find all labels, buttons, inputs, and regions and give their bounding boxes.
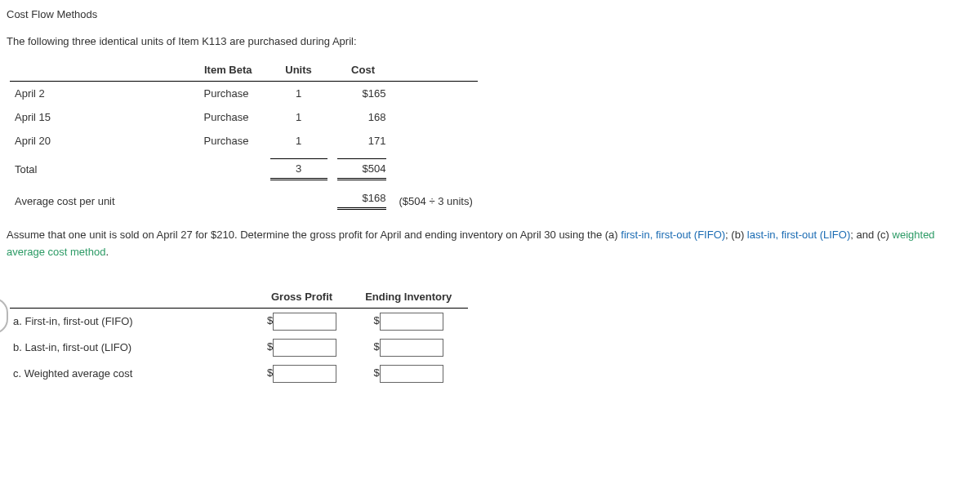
table-row: April 2 Purchase 1 $165 xyxy=(10,82,478,106)
answer-row-wac: c. Weighted average cost $ $ xyxy=(10,361,468,387)
method-label: b. Last-in, first-out (LIFO) xyxy=(10,335,255,361)
purchase-units: 1 xyxy=(265,105,332,129)
col-item-beta: Item Beta xyxy=(191,59,265,82)
q-sep1: ; (b) xyxy=(725,229,747,241)
purchase-cost: 171 xyxy=(332,129,394,153)
q-sep2: ; and (c) xyxy=(850,229,892,241)
col-units: Units xyxy=(265,59,332,82)
currency-symbol: $ xyxy=(267,314,273,326)
avg-cost: $168 xyxy=(337,192,386,204)
currency-symbol: $ xyxy=(267,366,273,379)
q-part1: Assume that one unit is sold on April 27… xyxy=(7,229,621,241)
answer-table: Gross Profit Ending Inventory a. First-i… xyxy=(10,286,468,387)
col-ending-inventory: Ending Inventory xyxy=(349,286,468,309)
q-fifo: first-in, first-out (FIFO) xyxy=(621,229,725,241)
lifo-gross-profit-input[interactable] xyxy=(273,339,336,357)
purchase-cost: $165 xyxy=(332,82,394,106)
currency-symbol: $ xyxy=(267,340,273,353)
hint-icon[interactable] xyxy=(0,298,8,334)
method-label: c. Weighted average cost xyxy=(10,361,255,387)
lifo-ending-inventory-input[interactable] xyxy=(380,339,443,357)
avg-calc: ($504 ÷ 3 units) xyxy=(394,186,478,215)
fifo-ending-inventory-input[interactable] xyxy=(380,313,443,331)
col-gross-profit: Gross Profit xyxy=(255,286,349,309)
table-row: April 15 Purchase 1 168 xyxy=(10,105,478,129)
method-label: a. First-in, first-out (FIFO) xyxy=(10,308,255,335)
q-lifo: last-in, first-out (LIFO) xyxy=(747,229,850,241)
currency-symbol: $ xyxy=(374,366,380,379)
purchase-cost: 168 xyxy=(332,105,394,129)
purchase-desc: Purchase xyxy=(191,82,265,106)
question-text: Assume that one unit is sold on April 27… xyxy=(7,227,973,261)
wac-ending-inventory-input[interactable] xyxy=(380,365,443,383)
total-cost: $504 xyxy=(337,158,386,175)
purchase-date: April 15 xyxy=(10,105,191,129)
wac-gross-profit-input[interactable] xyxy=(273,365,336,383)
page-title: Cost Flow Methods xyxy=(7,8,973,20)
avg-label: Average cost per unit xyxy=(10,186,265,215)
purchase-units: 1 xyxy=(265,129,332,153)
intro-text: The following three identical units of I… xyxy=(7,35,973,47)
answer-row-lifo: b. Last-in, first-out (LIFO) $ $ xyxy=(10,335,468,361)
purchase-units: 1 xyxy=(265,82,332,106)
purchase-table: Item Beta Units Cost April 2 Purchase 1 … xyxy=(10,59,478,215)
col-cost: Cost xyxy=(332,59,394,82)
currency-symbol: $ xyxy=(374,314,380,326)
fifo-gross-profit-input[interactable] xyxy=(273,313,336,331)
currency-symbol: $ xyxy=(374,340,380,353)
total-row: Total 3 $504 xyxy=(10,153,478,186)
purchase-desc: Purchase xyxy=(191,105,265,129)
q-end: . xyxy=(105,246,109,258)
total-units: 3 xyxy=(270,158,327,175)
purchase-date: April 20 xyxy=(10,129,191,153)
total-label: Total xyxy=(10,153,191,186)
purchase-desc: Purchase xyxy=(191,129,265,153)
avg-row: Average cost per unit $168 ($504 ÷ 3 uni… xyxy=(10,186,478,215)
table-row: April 20 Purchase 1 171 xyxy=(10,129,478,153)
answer-row-fifo: a. First-in, first-out (FIFO) $ $ xyxy=(10,308,468,335)
purchase-date: April 2 xyxy=(10,82,191,106)
